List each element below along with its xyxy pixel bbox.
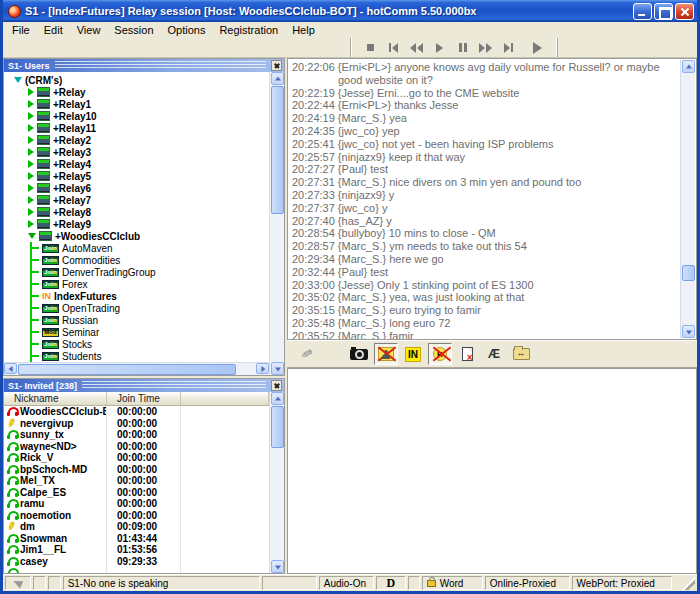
- scroll-thumb[interactable]: [271, 86, 284, 214]
- scroll-thumb[interactable]: [682, 265, 695, 281]
- arrow-right-green-icon[interactable]: [28, 136, 34, 144]
- column-header-join-time[interactable]: Join Time: [107, 392, 181, 406]
- tree-item-automaven[interactable]: JoinAutoMaven: [4, 242, 269, 254]
- tree-item-russian[interactable]: JoinRussian: [4, 314, 269, 326]
- users-horizontal-scrollbar[interactable]: [4, 362, 269, 375]
- tree-item-relay3[interactable]: +Relay3: [4, 146, 269, 158]
- chat-vertical-scrollbar[interactable]: [680, 60, 695, 338]
- tree-item-relay11[interactable]: +Relay11: [4, 122, 269, 134]
- status-word[interactable]: Word: [422, 576, 483, 590]
- snapshot-camera-button[interactable]: [347, 343, 371, 365]
- tree-item-relay9[interactable]: +Relay9: [4, 218, 269, 230]
- font-ae-button[interactable]: [482, 343, 506, 365]
- chat-log-panel[interactable]: 20:22:06 {Erni<PL>} anyone knows avg dai…: [287, 58, 697, 340]
- arrow-down-cyan-icon[interactable]: [14, 77, 22, 83]
- arrow-right-green-icon[interactable]: [28, 172, 34, 180]
- tree-item-crm-s[interactable]: (CRM's): [4, 74, 269, 86]
- tree-item-relay7[interactable]: +Relay7: [4, 194, 269, 206]
- whiteboard-area[interactable]: [287, 368, 697, 574]
- invited-row-calpe-es[interactable]: Calpe_ES00:00:00: [4, 487, 269, 499]
- scroll-down-button[interactable]: [682, 325, 695, 338]
- skip-to-start-button[interactable]: [382, 39, 405, 56]
- invited-row-woodiescciclub-bot[interactable]: WoodiesCCIclub-BOT00:00:00: [4, 406, 269, 418]
- doodle-pen-button[interactable]: [295, 343, 319, 365]
- arrow-right-green-icon[interactable]: [28, 184, 34, 192]
- play-session-button[interactable]: [526, 39, 549, 56]
- recording-off-button[interactable]: R: [428, 343, 452, 365]
- invited-vertical-scrollbar[interactable]: [269, 392, 284, 573]
- column-header-nickname[interactable]: Nickname: [4, 392, 107, 406]
- mute-user-button[interactable]: [374, 343, 398, 365]
- scroll-down-button[interactable]: [271, 362, 284, 375]
- clear-document-button[interactable]: [455, 343, 479, 365]
- resize-grip[interactable]: [682, 576, 695, 590]
- invited-row-snowman[interactable]: Snowman01:43:44: [4, 533, 269, 545]
- stop-button[interactable]: [359, 39, 382, 56]
- play-button[interactable]: [428, 39, 451, 56]
- users-vertical-scrollbar[interactable]: [269, 72, 284, 375]
- arrow-right-green-icon[interactable]: [28, 196, 34, 204]
- users-panel-header[interactable]: S1- Users: [4, 59, 284, 72]
- tree-item-relay4[interactable]: +Relay4: [4, 158, 269, 170]
- users-panel-close-button[interactable]: [271, 60, 282, 71]
- tree-item-stocks[interactable]: JoinStocks: [4, 338, 269, 350]
- tree-item-relay2[interactable]: +Relay2: [4, 134, 269, 146]
- skip-to-end-button[interactable]: [497, 39, 520, 56]
- column-header-empty[interactable]: [181, 392, 269, 406]
- invited-row-bpschoch-md[interactable]: bpSchoch-MD00:00:00: [4, 464, 269, 476]
- scroll-right-button[interactable]: [256, 363, 269, 374]
- arrow-right-green-icon[interactable]: [28, 100, 34, 108]
- tree-item-relay8[interactable]: +Relay8: [4, 206, 269, 218]
- menu-options[interactable]: Options: [161, 22, 213, 38]
- arrow-right-green-icon[interactable]: [28, 88, 34, 96]
- arrow-down-green-icon[interactable]: [28, 233, 36, 239]
- maximize-button[interactable]: [654, 3, 673, 20]
- scroll-thumb[interactable]: [271, 406, 284, 448]
- menu-help[interactable]: Help: [285, 22, 322, 38]
- invited-row-noemotion[interactable]: noemotion00:00:00: [4, 510, 269, 522]
- tree-item-relay1[interactable]: +Relay1: [4, 98, 269, 110]
- tree-item-forex[interactable]: JoinForex: [4, 278, 269, 290]
- menu-registration[interactable]: Registration: [212, 22, 285, 38]
- menu-session[interactable]: Session: [107, 22, 160, 38]
- invited-row-casey[interactable]: casey09:29:33: [4, 556, 269, 568]
- arrow-right-green-icon[interactable]: [28, 208, 34, 216]
- tree-item-relay10[interactable]: +Relay10: [4, 110, 269, 122]
- invited-row-wayne-nd[interactable]: wayne<ND>00:00:00: [4, 441, 269, 453]
- arrow-right-green-icon[interactable]: [28, 124, 34, 132]
- scroll-thumb[interactable]: [18, 364, 236, 375]
- invited-row-ramu[interactable]: ramu00:00:00: [4, 498, 269, 510]
- menu-file[interactable]: File: [5, 22, 37, 38]
- invited-row-jim1-fl[interactable]: Jim1__FL01:53:56: [4, 544, 269, 556]
- tree-item-relay5[interactable]: +Relay5: [4, 170, 269, 182]
- arrow-right-green-icon[interactable]: [28, 148, 34, 156]
- arrow-right-green-icon[interactable]: [28, 112, 34, 120]
- in-badge-button[interactable]: IN: [401, 343, 425, 365]
- scroll-up-button[interactable]: [271, 392, 284, 405]
- arrow-right-green-icon[interactable]: [28, 220, 34, 228]
- pause-button[interactable]: [451, 39, 474, 56]
- fast-forward-button[interactable]: [474, 39, 497, 56]
- tree-item-seminar[interactable]: ModSeminar: [4, 326, 269, 338]
- scroll-left-button[interactable]: [4, 363, 17, 374]
- invited-row-sunny-tx[interactable]: sunny_tx00:00:00: [4, 429, 269, 441]
- scroll-down-button[interactable]: [271, 560, 284, 573]
- status-audio[interactable]: Audio-On: [319, 576, 374, 590]
- tree-item-indexfutures[interactable]: INIndexFutures: [4, 290, 269, 302]
- scroll-up-button[interactable]: [682, 60, 695, 73]
- status-d-indicator[interactable]: D: [376, 576, 406, 590]
- title-bar[interactable]: S1 - [IndexFutures] Relay session [Host:…: [3, 0, 697, 22]
- tree-item-relay[interactable]: +Relay: [4, 86, 269, 98]
- tree-item-opentrading[interactable]: JoinOpenTrading: [4, 302, 269, 314]
- menu-view[interactable]: View: [70, 22, 108, 38]
- close-button[interactable]: [675, 3, 694, 20]
- invited-row-rick-v[interactable]: Rick_V00:00:00: [4, 452, 269, 464]
- tree-item-students[interactable]: JoinStudents: [4, 350, 269, 362]
- tree-item-woodiescciclub[interactable]: +WoodiesCCIclub: [4, 230, 269, 242]
- invited-row-dm[interactable]: dm00:09:00: [4, 521, 269, 533]
- invited-panel-close-button[interactable]: [271, 380, 282, 391]
- scroll-up-button[interactable]: [271, 72, 284, 85]
- tree-item-commodities[interactable]: JoinCommodities: [4, 254, 269, 266]
- invited-row-partial[interactable]: [4, 567, 269, 573]
- tree-item-denvertradinggroup[interactable]: JoinDenverTradingGroup: [4, 266, 269, 278]
